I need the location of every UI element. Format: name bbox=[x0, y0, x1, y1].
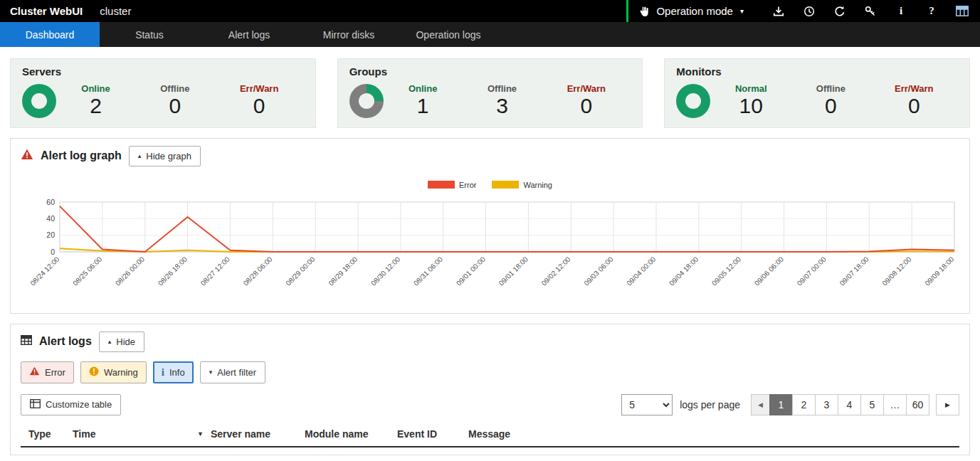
page-button-3[interactable]: 3 bbox=[815, 394, 838, 415]
monitors-stats: Normal 10 Offline 0 Err/Warn 0 bbox=[710, 83, 958, 119]
stat-label: Normal bbox=[735, 83, 767, 94]
groups-offline-stat: Offline 3 bbox=[488, 83, 517, 119]
svg-text:09/08 12:00: 09/08 12:00 bbox=[880, 255, 912, 287]
pager: ◀ 1 2 3 4 5 … 60 ▶ bbox=[752, 394, 959, 415]
alert-filter-button[interactable]: ▾ Alert filter bbox=[200, 361, 265, 383]
prev-page-button[interactable]: ◀ bbox=[751, 394, 770, 415]
page-ellipsis: … bbox=[883, 394, 907, 415]
svg-text:0: 0 bbox=[51, 247, 55, 255]
alert-log-graph-panel: Alert log graph ▴ Hide graph Error Warni… bbox=[10, 138, 970, 314]
stat-label: Offline bbox=[160, 83, 189, 94]
monitors-card: Monitors Normal 10 Offline 0 Err/W bbox=[664, 58, 970, 128]
sort-desc-icon[interactable]: ▼ bbox=[197, 430, 204, 438]
error-legend-label: Error bbox=[459, 181, 476, 189]
groups-card-body: Online 1 Offline 3 Err/Warn 0 bbox=[349, 83, 631, 119]
key-icon[interactable] bbox=[864, 5, 877, 18]
dashboard-content: Servers Online 2 Offline 0 Err/War bbox=[0, 47, 980, 461]
column-event-id[interactable]: Event ID bbox=[397, 428, 468, 440]
tab-alert-logs[interactable]: Alert logs bbox=[199, 22, 299, 47]
column-server-name[interactable]: Server name bbox=[211, 428, 305, 440]
column-message[interactable]: Message bbox=[468, 428, 959, 440]
alert-filters-row: Error Warning i Info ▾ Alert filter bbox=[21, 361, 959, 383]
page-button-2[interactable]: 2 bbox=[792, 394, 816, 415]
stat-value: 10 bbox=[735, 94, 767, 119]
download-icon[interactable] bbox=[772, 5, 785, 18]
monitors-errwarn-stat: Err/Warn 0 bbox=[895, 83, 933, 119]
error-filter-label: Error bbox=[45, 367, 65, 378]
svg-text:09/04 18:00: 09/04 18:00 bbox=[668, 255, 700, 287]
alert-logs-title: Alert logs bbox=[39, 335, 92, 348]
hide-logs-label: Hide bbox=[116, 337, 135, 347]
svg-text:40: 40 bbox=[46, 213, 55, 222]
help-icon[interactable]: ? bbox=[925, 5, 938, 18]
error-triangle-icon bbox=[29, 366, 40, 378]
servers-offline-stat: Offline 0 bbox=[160, 83, 189, 119]
servers-online-stat: Online 2 bbox=[81, 83, 110, 119]
error-legend-swatch bbox=[428, 181, 455, 189]
column-time[interactable]: Time ▼ bbox=[73, 428, 211, 440]
alert-logs-panel: Alert logs ▴ Hide Error Warnin bbox=[10, 324, 970, 455]
logs-per-page-label: logs per page bbox=[680, 399, 740, 410]
svg-text:09/01 00:00: 09/01 00:00 bbox=[455, 255, 487, 287]
page-button-5[interactable]: 5 bbox=[860, 394, 884, 415]
svg-text:08/25 06:00: 08/25 06:00 bbox=[71, 255, 103, 287]
chevron-down-icon: ▾ bbox=[209, 369, 213, 376]
logs-per-page-select[interactable]: 5 bbox=[621, 394, 673, 415]
tab-dashboard[interactable]: Dashboard bbox=[0, 22, 100, 47]
hide-graph-button[interactable]: ▴ Hide graph bbox=[129, 146, 201, 166]
warning-filter-button[interactable]: Warning bbox=[80, 361, 147, 383]
cluster-name: cluster bbox=[100, 5, 131, 17]
svg-text:08/26 00:00: 08/26 00:00 bbox=[114, 255, 146, 287]
info-letter-icon: i bbox=[162, 367, 164, 378]
stat-label: Offline bbox=[816, 83, 845, 94]
servers-card-body: Online 2 Offline 0 Err/Warn 0 bbox=[22, 83, 304, 119]
column-module-name[interactable]: Module name bbox=[305, 428, 397, 440]
servers-donut-chart bbox=[22, 84, 56, 118]
stat-label: Err/Warn bbox=[567, 83, 606, 94]
cluster-webui-page: Cluster WebUI cluster Operation mode ▾ bbox=[0, 0, 980, 461]
tab-operation-logs[interactable]: Operation logs bbox=[399, 22, 498, 47]
next-page-button[interactable]: ▶ bbox=[936, 394, 959, 415]
tab-status[interactable]: Status bbox=[100, 22, 199, 47]
language-table-icon[interactable] bbox=[956, 5, 969, 18]
stat-label: Online bbox=[409, 83, 437, 94]
warning-filter-label: Warning bbox=[104, 367, 138, 378]
alert-logs-header: Alert logs ▴ Hide bbox=[21, 332, 959, 352]
info-icon[interactable]: i bbox=[895, 5, 907, 18]
error-filter-button[interactable]: Error bbox=[21, 361, 74, 383]
monitors-card-body: Normal 10 Offline 0 Err/Warn 0 bbox=[676, 83, 958, 119]
chart-legend: Error Warning bbox=[21, 181, 959, 189]
pagination-area: 5 logs per page ◀ 1 2 3 4 5 … 60 ▶ bbox=[621, 394, 959, 415]
refresh-icon[interactable] bbox=[833, 5, 846, 18]
svg-text:08/27 12:00: 08/27 12:00 bbox=[199, 255, 231, 287]
app-title: Cluster WebUI bbox=[10, 5, 83, 17]
hide-graph-label: Hide graph bbox=[146, 151, 191, 161]
clock-icon[interactable] bbox=[803, 5, 816, 18]
tab-mirror-disks[interactable]: Mirror disks bbox=[299, 22, 399, 47]
hand-pointer-icon bbox=[638, 5, 650, 18]
stat-value: 0 bbox=[160, 94, 189, 119]
stat-value: 1 bbox=[409, 94, 437, 119]
monitors-card-title: Monitors bbox=[676, 65, 958, 78]
column-type[interactable]: Type bbox=[28, 428, 73, 440]
customize-table-label: Customize table bbox=[46, 399, 112, 410]
summary-cards-row: Servers Online 2 Offline 0 Err/War bbox=[10, 58, 970, 128]
operation-mode-dropdown[interactable]: Operation mode ▾ bbox=[626, 0, 755, 22]
monitors-donut-chart bbox=[676, 84, 710, 118]
alert-filter-label: Alert filter bbox=[217, 367, 256, 378]
info-filter-button[interactable]: i Info bbox=[153, 361, 194, 383]
chevron-up-icon: ▴ bbox=[108, 338, 112, 345]
svg-text:09/03 06:00: 09/03 06:00 bbox=[582, 255, 614, 287]
alert-log-graph-header: Alert log graph ▴ Hide graph bbox=[21, 146, 959, 166]
groups-card: Groups Online 1 Offline 3 Err/Warn bbox=[337, 58, 643, 128]
alert-log-chart: 020406008/24 12:0008/25 06:0008/26 00:00… bbox=[21, 196, 959, 306]
hide-logs-button[interactable]: ▴ Hide bbox=[99, 332, 144, 352]
customize-table-button[interactable]: Customize table bbox=[21, 394, 121, 415]
page-button-4[interactable]: 4 bbox=[838, 394, 861, 415]
logs-toolbar-row: Customize table 5 logs per page ◀ 1 2 3 … bbox=[21, 394, 959, 415]
servers-card-title: Servers bbox=[22, 65, 304, 78]
svg-text:09/01 18:00: 09/01 18:00 bbox=[497, 255, 529, 287]
page-button-60[interactable]: 60 bbox=[906, 394, 929, 415]
svg-text:60: 60 bbox=[46, 197, 55, 206]
page-button-1[interactable]: 1 bbox=[769, 394, 793, 415]
